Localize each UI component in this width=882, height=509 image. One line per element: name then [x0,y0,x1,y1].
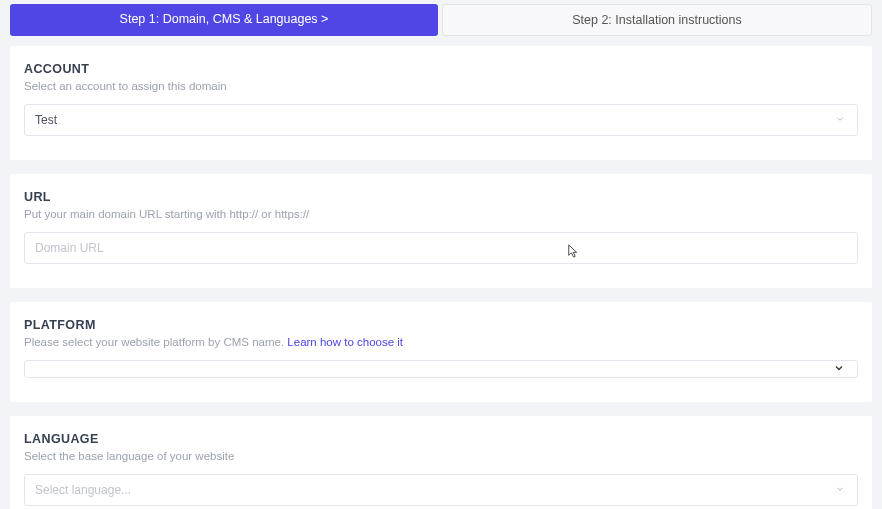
platform-title: PLATFORM [24,318,858,332]
platform-card: PLATFORM Please select your website plat… [10,302,872,402]
url-desc: Put your main domain URL starting with h… [24,208,858,220]
language-title: LANGUAGE [24,432,858,446]
chevron-down-icon [833,362,845,376]
account-title: ACCOUNT [24,62,858,76]
chevron-down-icon [835,484,845,496]
platform-select[interactable] [24,360,858,378]
url-title: URL [24,190,858,204]
language-card: LANGUAGE Select the base language of you… [10,416,872,509]
platform-desc: Please select your website platform by C… [24,336,858,348]
step-tabs: Step 1: Domain, CMS & Languages > Step 2… [0,0,882,36]
language-select-value: Select language... [35,483,131,497]
account-card: ACCOUNT Select an account to assign this… [10,46,872,160]
url-card: URL Put your main domain URL starting wi… [10,174,872,288]
account-select[interactable]: Test [24,104,858,136]
url-input[interactable] [24,232,858,264]
account-desc: Select an account to assign this domain [24,80,858,92]
account-select-value: Test [35,113,57,127]
platform-learn-link[interactable]: Learn how to choose it [287,336,403,348]
language-desc: Select the base language of your website [24,450,858,462]
tab-step2[interactable]: Step 2: Installation instructions [442,4,872,36]
tab-step1[interactable]: Step 1: Domain, CMS & Languages > [10,4,438,36]
language-select[interactable]: Select language... [24,474,858,506]
platform-desc-text: Please select your website platform by C… [24,336,287,348]
chevron-down-icon [835,114,845,126]
